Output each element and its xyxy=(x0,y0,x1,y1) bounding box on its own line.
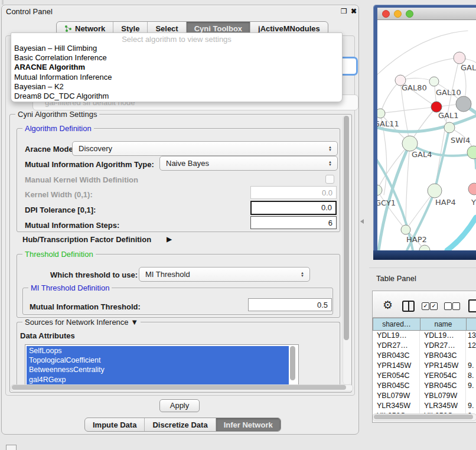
kernel-width-field[interactable]: 0.0 xyxy=(250,186,337,199)
table-row[interactable]: YLR345WYLR345W9. xyxy=(373,401,476,411)
network-node[interactable] xyxy=(401,225,410,234)
zoom-traffic-light-icon[interactable] xyxy=(406,10,413,18)
screenshot-root: { "control_panel": { "title": "Control P… xyxy=(0,0,476,450)
document-icon[interactable] xyxy=(468,299,476,312)
column-header-name[interactable]: name xyxy=(420,318,467,331)
node-label: GCY1 xyxy=(377,198,396,207)
cyni-settings-legend: Cyni Algorithm Settings xyxy=(15,110,99,119)
dpi-tolerance-field[interactable]: 0.0 xyxy=(250,201,337,215)
dropdown-item-bayesian-hill-climbing[interactable]: Bayesian – Hill Climbing xyxy=(11,44,342,53)
network-icon xyxy=(64,25,72,32)
control-panel-title: Control Panel xyxy=(6,7,53,16)
node-label: Y xyxy=(471,198,476,207)
network-node[interactable] xyxy=(444,122,455,133)
cytopanel-mini-icon[interactable] xyxy=(6,445,17,450)
hub-definition-label[interactable]: Hub/Transcription Factor Definition xyxy=(22,235,151,244)
cyni-bottom-tabbar: Impute Data Discretize Data Infer Networ… xyxy=(84,418,281,432)
list-item-selfloops[interactable]: SelfLoops xyxy=(27,346,289,356)
tab-infer-network[interactable]: Infer Network xyxy=(216,418,281,431)
list-item-topologicalcoefficient[interactable]: TopologicalCoefficient xyxy=(27,356,289,365)
gear-icon[interactable]: ⚙ xyxy=(383,298,393,312)
network-edge[interactable] xyxy=(400,58,459,80)
network-edge[interactable] xyxy=(447,217,476,250)
network-node[interactable] xyxy=(468,183,476,195)
close-traffic-light-icon[interactable] xyxy=(382,10,390,18)
list-scrollbar-thumb[interactable] xyxy=(290,346,295,380)
dropdown-item-mutual-information[interactable]: Mutual Information Inference xyxy=(11,73,342,82)
network-edge[interactable] xyxy=(435,128,449,191)
dropdown-item-bayesian-k2[interactable]: Bayesian – K2 xyxy=(11,82,342,92)
node-label: SWI4 xyxy=(451,136,470,145)
splitter-handle-icon[interactable] xyxy=(360,219,364,224)
deselect-all-checkbox-icon[interactable] xyxy=(444,302,452,310)
columns-icon[interactable] xyxy=(402,301,415,312)
dropdown-item-dream8[interactable]: Dream8 DC_TDC Algorithm xyxy=(11,92,342,101)
network-canvas[interactable]: GALGAL80GAL10GAL1GAL11SWI4GAL4GCY1HAP4YH… xyxy=(377,20,476,250)
algorithm-definition-legend: Algorithm Definition xyxy=(22,124,94,133)
network-node[interactable] xyxy=(402,136,418,151)
list-item-gal4rgexp[interactable]: gal4RGexp xyxy=(27,375,289,384)
table-row[interactable]: YPR145WYPR145W9. xyxy=(373,361,476,371)
network-node[interactable] xyxy=(429,77,439,86)
node-label: GAL11 xyxy=(377,119,399,128)
mi-algorithm-type-combobox[interactable]: Naive Bayes ▲▼ xyxy=(159,156,338,171)
settings-horizontal-scrollbar-thumb[interactable] xyxy=(12,385,346,390)
apply-button[interactable]: Apply xyxy=(159,399,200,412)
mi-threshold-field[interactable]: 0.5 xyxy=(248,298,332,311)
network-node[interactable] xyxy=(377,185,382,195)
mi-threshold-definition-legend: MI Threshold Definition xyxy=(28,283,112,292)
network-edge[interactable] xyxy=(380,107,436,113)
float-window-icon[interactable]: ❒ xyxy=(341,7,347,15)
table-row[interactable]: YDL19…YDL19…13 xyxy=(373,331,476,341)
node-label: HAP4 xyxy=(435,198,456,207)
deselect-all-checkbox-icon[interactable] xyxy=(452,302,460,310)
dropdown-item-aracne[interactable]: ARACNE Algorithm xyxy=(11,63,342,72)
network-window-titlebar[interactable] xyxy=(377,8,476,20)
select-all-checkbox-icon[interactable]: ✓ xyxy=(430,302,438,310)
table-row[interactable]: YBR045CYBR045C9. xyxy=(373,381,476,391)
column-header-shared-name[interactable]: shared… xyxy=(373,318,420,331)
table-row[interactable]: YBL079WYBL079W xyxy=(373,391,476,401)
dropdown-item-basic-correlation[interactable]: Basic Correlation Inference xyxy=(11,53,342,63)
close-window-icon[interactable]: ✖ xyxy=(351,7,357,15)
node-label: GAL4 xyxy=(412,150,432,159)
aracne-mode-combobox[interactable]: Discovery ▲▼ xyxy=(72,141,338,156)
list-item-betweennesscentrality[interactable]: BetweennessCentrality xyxy=(27,365,289,374)
table-body: YDL19…YDL19…13 YDR27…YDR27…12 YBR043CYBR… xyxy=(373,331,476,414)
tab-discretize-data[interactable]: Discretize Data xyxy=(144,418,215,431)
table-panel-title: Table Panel xyxy=(376,274,416,283)
sources-legend[interactable]: Sources for Network Inference ▼ xyxy=(22,318,141,327)
combo-arrows-icon: ▲▼ xyxy=(325,146,337,152)
minimize-traffic-light-icon[interactable] xyxy=(394,10,402,18)
network-edge[interactable] xyxy=(380,80,400,113)
dropdown-placeholder: Select algorithm to view settings xyxy=(11,35,342,44)
mi-steps-field[interactable]: 6 xyxy=(250,216,337,229)
tab-impute-data[interactable]: Impute Data xyxy=(85,418,144,431)
window-edge-fragment xyxy=(2,0,4,5)
mi-algorithm-type-label: Mutual Information Algorithm Type: xyxy=(25,160,154,169)
table-row[interactable]: YBR043CYBR043C xyxy=(373,351,476,361)
data-attributes-label: Data Attributes xyxy=(20,331,75,340)
network-window-bottom-border xyxy=(373,250,476,260)
manual-kernel-width-checkbox[interactable] xyxy=(325,175,334,184)
select-all-checkbox-icon[interactable]: ✓ xyxy=(422,302,429,310)
network-edge[interactable] xyxy=(377,31,468,74)
which-threshold-label: Which threshold to use: xyxy=(50,270,138,279)
kernel-width-label: Kernel Width (0,1): xyxy=(25,190,93,199)
network-node[interactable] xyxy=(428,184,442,198)
which-threshold-combobox[interactable]: MI Threshold ▲▼ xyxy=(139,267,310,282)
hub-expand-arrow-icon[interactable]: ▶ xyxy=(167,235,172,243)
network-edge[interactable] xyxy=(406,144,410,230)
settings-vertical-scrollbar-thumb[interactable] xyxy=(344,116,349,340)
network-node[interactable] xyxy=(377,109,385,118)
table-row[interactable]: YDR27…YDR27…12 xyxy=(373,341,476,351)
manual-kernel-width-label: Manual Kernel Width Definition xyxy=(25,175,138,184)
combo-arrows-icon: ▲▼ xyxy=(325,161,337,167)
table-horizontal-scrollbar-thumb[interactable] xyxy=(374,415,473,419)
network-node[interactable] xyxy=(456,96,471,112)
column-header-cut[interactable] xyxy=(466,318,476,331)
dpi-tolerance-label: DPI Tolerance [0,1]: xyxy=(25,206,96,214)
network-node[interactable] xyxy=(454,52,465,64)
network-node[interactable] xyxy=(467,146,476,159)
table-row[interactable]: YER054CYER054C8. xyxy=(373,371,476,381)
